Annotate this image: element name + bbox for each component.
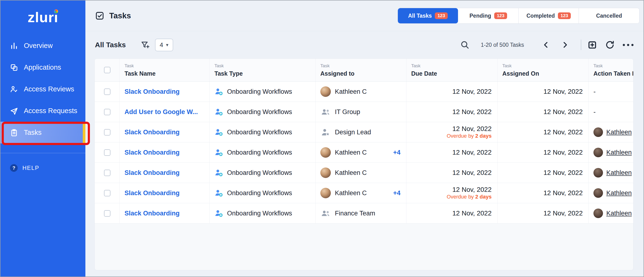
logo-dot-icon — [54, 9, 58, 13]
sidebar-item-applications[interactable]: Applications — [0, 56, 86, 78]
action-taken-by-link[interactable]: Kathleen — [606, 210, 632, 217]
row-checkbox[interactable] — [104, 88, 110, 95]
active-item-indicator — [83, 122, 86, 144]
table-row[interactable]: Slack Onboarding Onboarding Workflows Ka… — [95, 82, 633, 102]
select-all-checkbox[interactable] — [104, 67, 110, 73]
table-row[interactable]: Slack Onboarding Onboarding Workflows Ka… — [95, 142, 633, 163]
sidebar-item-tasks[interactable]: Tasks — [0, 122, 86, 144]
tab-completed[interactable]: Completed 123 — [518, 8, 579, 24]
table-toolbar: All Tasks 4 ▾ 1-20 of 500 Tasks — [86, 31, 644, 58]
row-checkbox[interactable] — [104, 109, 110, 115]
sidebar-item-overview[interactable]: Overview — [0, 35, 86, 56]
square-check-icon — [95, 11, 104, 20]
due-date: 12 Nov, 2022 — [452, 186, 492, 194]
due-date: 12 Nov, 2022 — [452, 169, 492, 176]
task-name-link[interactable]: Slack Onboarding — [124, 149, 180, 156]
task-name-link[interactable]: Slack Onboarding — [124, 169, 180, 176]
task-name-link[interactable]: Slack Onboarding — [124, 190, 180, 197]
tab-count-badge: 123 — [435, 12, 448, 19]
task-name-link[interactable]: Slack Onboarding — [124, 128, 180, 136]
chevron-down-icon: ▾ — [166, 42, 168, 48]
assignee-name: Kathleen C — [335, 149, 367, 156]
action-user-avatar — [594, 148, 603, 157]
refresh-icon — [605, 40, 615, 50]
due-date: 12 Nov, 2022 — [452, 125, 492, 133]
filter-button[interactable] — [141, 40, 150, 50]
tab-label: Pending — [470, 13, 491, 19]
additional-assignees-badge[interactable]: +4 — [393, 149, 400, 156]
column-header-action-taken-by: Action Taken By — [594, 70, 634, 77]
sidebar-item-help[interactable]: ? HELP — [0, 160, 86, 176]
additional-assignees-badge[interactable]: +4 — [393, 190, 400, 197]
column-header-assigned-to: Assigned to — [320, 70, 354, 77]
sidebar-item-label: Access Reviews — [24, 85, 74, 93]
page-title: Tasks — [109, 11, 131, 20]
overdue-label: Overdue by 2 days — [447, 133, 492, 139]
due-date: 12 Nov, 2022 — [452, 210, 492, 217]
action-taken-by-link[interactable]: Kathleen — [606, 128, 632, 136]
column-group-label: Task — [320, 63, 330, 68]
action-taken-by-link[interactable]: Kathleen — [606, 190, 632, 197]
due-date: 12 Nov, 2022 — [452, 108, 492, 116]
table-row[interactable]: Add User to Google W... Onboarding Workf… — [95, 102, 633, 122]
task-name-link[interactable]: Slack Onboarding — [124, 210, 180, 217]
filter-count: 4 — [160, 41, 163, 49]
row-checkbox[interactable] — [104, 190, 110, 196]
sidebar-item-label: Tasks — [24, 128, 42, 136]
action-taken-by: - — [594, 108, 596, 116]
row-checkbox[interactable] — [104, 210, 110, 217]
action-user-avatar — [594, 128, 603, 137]
tab-pending[interactable]: Pending 123 — [458, 8, 518, 24]
refresh-button[interactable] — [605, 40, 615, 50]
task-name-link[interactable]: Slack Onboarding — [124, 88, 180, 96]
user-plus-icon — [214, 107, 224, 116]
tab-label: Cancelled — [596, 13, 622, 19]
task-name-link[interactable]: Add User to Google W... — [124, 108, 198, 116]
chevron-left-icon — [541, 40, 551, 50]
paper-plane-icon — [10, 107, 18, 115]
user-plus-icon — [214, 87, 224, 96]
bulk-import-button[interactable] — [588, 40, 597, 50]
more-options-button[interactable] — [623, 44, 634, 46]
tab-cancelled[interactable]: Cancelled — [579, 8, 639, 24]
sidebar-item-access-reviews[interactable]: Access Reviews — [0, 78, 86, 100]
assignee-avatar — [320, 188, 331, 198]
next-page-button[interactable] — [560, 40, 570, 50]
task-type-label: Onboarding Workflows — [227, 108, 292, 116]
action-taken-by-link[interactable]: Kathleen — [606, 149, 632, 156]
row-checkbox[interactable] — [104, 170, 110, 176]
assigned-on-date: 12 Nov, 2022 — [544, 210, 583, 217]
column-header-task-name: Task Name — [124, 70, 156, 77]
sidebar-item-access-requests[interactable]: Access Requests — [0, 100, 86, 122]
bar-chart-icon — [10, 42, 18, 50]
sidebar-divider — [0, 153, 86, 153]
filter-count-dropdown[interactable]: 4 ▾ — [155, 39, 174, 51]
question-circle-icon: ? — [10, 164, 18, 172]
action-taken-by-link[interactable]: Kathleen — [606, 169, 632, 176]
column-header-due-date: Due Date — [411, 70, 437, 77]
user-plus-icon — [214, 209, 224, 218]
prev-page-button[interactable] — [541, 40, 551, 50]
table-row[interactable]: Slack Onboarding Onboarding Workflows De… — [95, 122, 633, 142]
people-group-icon — [320, 208, 331, 218]
sidebar: zlurı Overview Applications Access Revie… — [0, 0, 86, 277]
assigned-on-date: 12 Nov, 2022 — [544, 108, 583, 116]
assignee-name: Kathleen C — [335, 169, 367, 176]
sidebar-item-label: Access Requests — [24, 107, 77, 115]
task-status-tabs: All Tasks 123 Pending 123 Completed 123 … — [398, 8, 640, 24]
table-row[interactable]: Slack Onboarding Onboarding Workflows Ka… — [95, 163, 633, 183]
column-group-label: Task — [214, 63, 224, 68]
tab-all-tasks[interactable]: All Tasks 123 — [398, 8, 458, 24]
search-button[interactable] — [460, 40, 470, 50]
help-label: HELP — [22, 165, 39, 171]
row-checkbox[interactable] — [104, 129, 110, 136]
square-plus-icon — [588, 40, 597, 50]
table-row[interactable]: Slack Onboarding Onboarding Workflows Fi… — [95, 203, 633, 224]
people-group-icon — [320, 107, 331, 117]
action-user-avatar — [594, 188, 603, 198]
app-root: zlurı Overview Applications Access Revie… — [0, 0, 644, 277]
table-row[interactable]: Slack Onboarding Onboarding Workflows Ka… — [95, 183, 633, 203]
action-user-avatar — [594, 208, 603, 218]
search-icon — [460, 40, 470, 50]
row-checkbox[interactable] — [104, 149, 110, 156]
